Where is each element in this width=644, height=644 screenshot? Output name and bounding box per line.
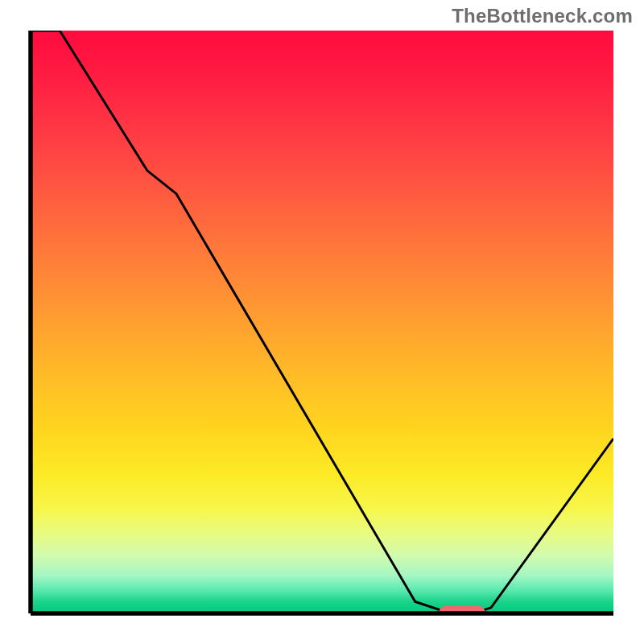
optimal-marker — [439, 606, 485, 613]
bottleneck-curve — [31, 31, 613, 613]
curve-line — [31, 31, 613, 613]
chart-container: TheBottleneck.com — [0, 0, 644, 644]
plot-area — [31, 31, 613, 613]
watermark-label: TheBottleneck.com — [452, 5, 633, 27]
